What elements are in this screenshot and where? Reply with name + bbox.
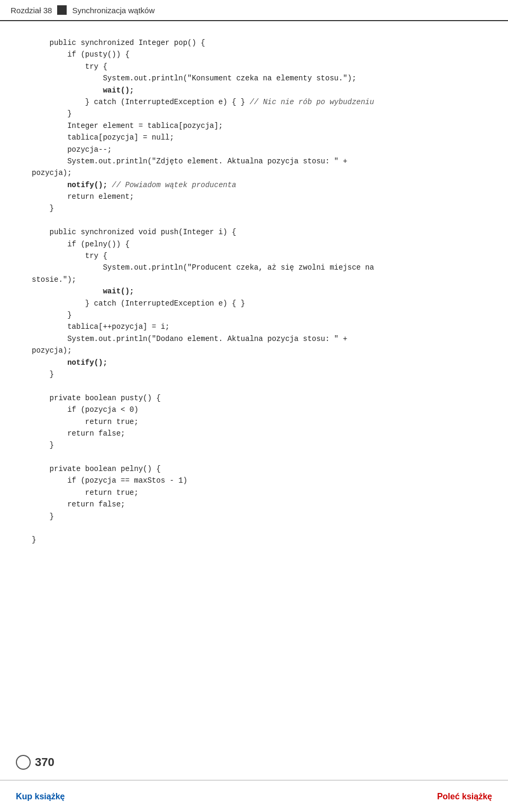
bottom-bar: Kup książkę Poleć książkę [0,780,508,812]
code-block: public synchronized Integer pop() { if (… [32,37,487,546]
page-number: 370 [35,755,55,769]
page-title: Synchronizacja wątków [72,6,155,15]
page-footer-area: 370 [16,755,55,770]
code-container: public synchronized Integer pop() { if (… [0,21,508,562]
recommend-book-link[interactable]: Poleć książkę [437,792,492,801]
page-header: Rozdział 38 Synchronizacja wątków [0,0,508,21]
header-separator-icon [57,5,67,15]
code-line-1: public synchronized Integer pop() { if (… [32,39,374,544]
page-number-circle [16,755,31,770]
chapter-label: Rozdział 38 [11,6,52,15]
buy-book-link[interactable]: Kup książkę [16,792,65,801]
